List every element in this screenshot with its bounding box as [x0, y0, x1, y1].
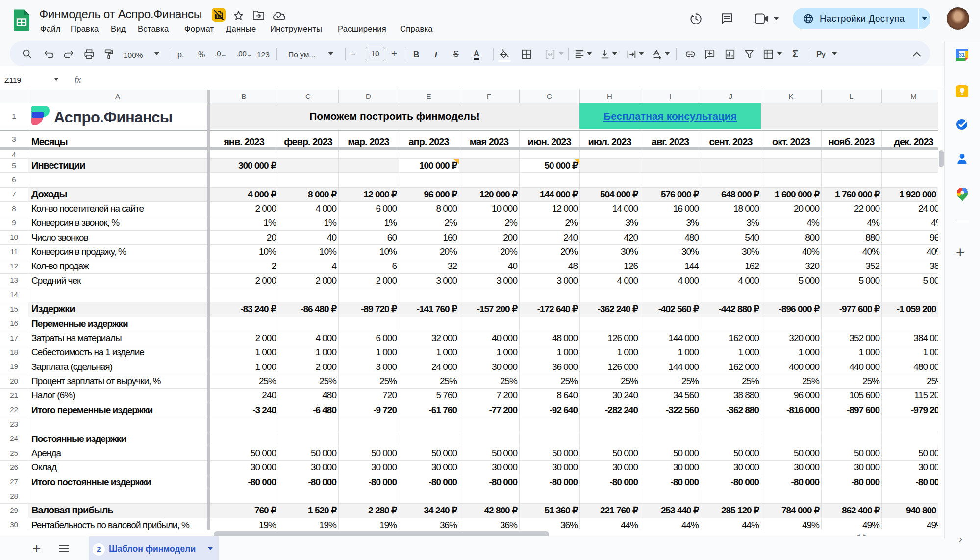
svg-text:31: 31 — [959, 52, 965, 58]
